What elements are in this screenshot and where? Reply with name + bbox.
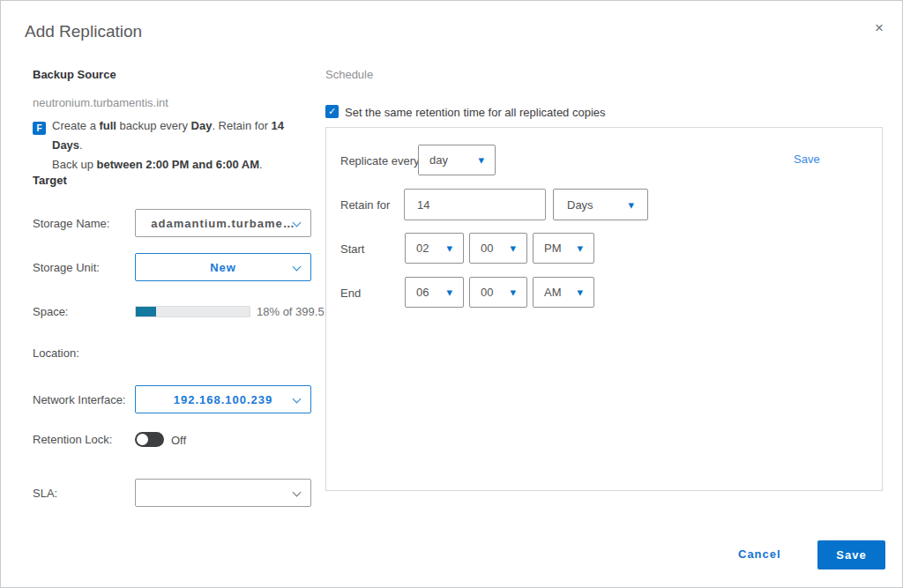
caret-down-icon: ▾	[478, 154, 484, 166]
policy-line-1: Create a full backup every Day. Retain f…	[52, 116, 317, 155]
end-hour-value: 06	[416, 286, 429, 299]
same-retention-checkbox-label: Set the same retention time for all repl…	[345, 106, 606, 119]
retain-unit-select[interactable]: Days ▾	[553, 189, 648, 220]
end-meridiem-select[interactable]: AM ▾	[533, 277, 594, 308]
full-backup-badge-icon: F	[33, 122, 46, 135]
storage-unit-select[interactable]: New	[135, 253, 311, 281]
replicate-frequency-select[interactable]: day ▾	[418, 145, 496, 175]
start-hour-select[interactable]: 02 ▾	[405, 233, 464, 264]
retention-lock-toggle[interactable]	[135, 432, 164, 447]
end-minute-value: 00	[481, 286, 493, 299]
start-meridiem-value: PM	[544, 242, 562, 255]
policy-line-2: Back up between 2:00 PM and 6:00 AM.	[52, 155, 317, 175]
target-heading: Target	[33, 174, 67, 187]
caret-down-icon: ▾	[510, 242, 516, 254]
space-label: Space:	[33, 305, 68, 318]
replicate-frequency-value: day	[429, 153, 448, 167]
caret-down-icon: ▾	[628, 199, 634, 211]
network-interface-select[interactable]: 192.168.100.239	[135, 385, 311, 413]
close-icon[interactable]: ×	[875, 20, 884, 35]
caret-down-icon: ▾	[577, 287, 583, 298]
save-button[interactable]: Save	[817, 540, 885, 569]
schedule-save-link[interactable]: Save	[794, 153, 820, 166]
storage-name-label: Storage Name:	[33, 217, 109, 230]
caret-down-icon: ▾	[510, 287, 516, 298]
start-hour-value: 02	[416, 242, 429, 255]
replicate-every-label: Replicate every	[340, 154, 420, 167]
retain-unit-value: Days	[567, 198, 593, 212]
start-minute-select[interactable]: 00 ▾	[469, 233, 527, 264]
same-retention-checkbox[interactable]: ✓	[325, 105, 339, 118]
dialog-title: Add Replication	[25, 22, 142, 41]
cancel-button[interactable]: Cancel	[738, 547, 781, 561]
chevron-down-icon	[293, 488, 302, 497]
add-replication-dialog: { "dialog": { "title": "Add Replication"…	[0, 0, 903, 588]
storage-unit-value: New	[210, 261, 236, 274]
chevron-down-icon	[293, 395, 302, 404]
space-progress-track	[135, 306, 250, 317]
caret-down-icon: ▾	[446, 287, 452, 298]
retain-for-label: Retain for	[340, 198, 390, 212]
start-minute-value: 00	[481, 242, 493, 255]
storage-name-value: adamantium.turbame…	[151, 217, 295, 230]
backup-source-heading: Backup Source	[33, 68, 116, 81]
sla-label: SLA:	[33, 487, 57, 500]
backup-policy-summary: Create a full backup every Day. Retain f…	[52, 116, 317, 175]
caret-down-icon: ▾	[446, 242, 452, 254]
end-label: End	[340, 287, 361, 300]
end-hour-select[interactable]: 06 ▾	[405, 277, 464, 308]
schedule-heading: Schedule	[325, 68, 373, 81]
checkmark-icon: ✓	[328, 106, 336, 117]
caret-down-icon: ▾	[577, 242, 583, 254]
toggle-knob	[137, 434, 148, 445]
start-label: Start	[340, 242, 364, 256]
start-meridiem-select[interactable]: PM ▾	[533, 233, 594, 264]
storage-unit-label: Storage Unit:	[33, 261, 100, 274]
network-interface-label: Network Interface:	[33, 393, 126, 406]
retention-lock-label: Retention Lock:	[33, 433, 112, 446]
backup-source-hostname: neutronium.turbamentis.int	[33, 96, 168, 109]
sla-select[interactable]	[135, 479, 311, 507]
end-minute-select[interactable]: 00 ▾	[469, 277, 527, 308]
space-progress-fill	[136, 307, 156, 316]
schedule-panel: Replicate every day ▾ Save Retain for Da…	[325, 127, 883, 491]
retention-lock-state: Off	[171, 434, 186, 447]
network-interface-value: 192.168.100.239	[174, 393, 273, 406]
storage-name-select[interactable]: adamantium.turbame…	[135, 209, 311, 237]
retain-for-input[interactable]	[404, 189, 546, 220]
location-label: Location:	[33, 346, 79, 360]
end-meridiem-value: AM	[544, 286, 562, 299]
chevron-down-icon	[293, 263, 302, 272]
